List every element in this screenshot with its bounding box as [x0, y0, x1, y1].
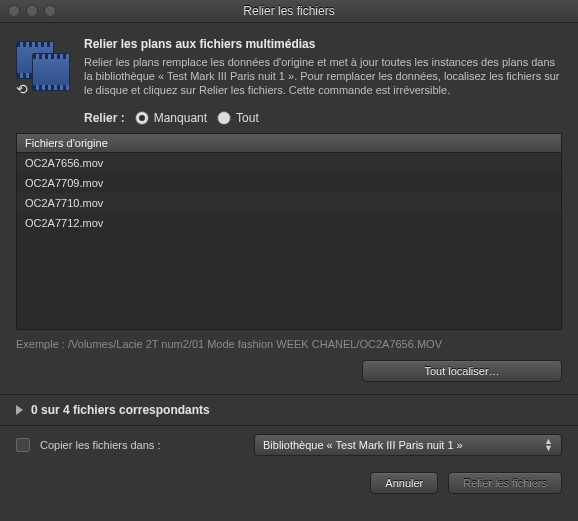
original-files-table: Fichiers d'origine OC2A7656.mov OC2A7709…: [16, 133, 562, 330]
relink-files-button[interactable]: Relier les fichiers: [448, 472, 562, 494]
relink-missing-label: Manquant: [154, 111, 207, 125]
table-row[interactable]: OC2A7710.mov: [17, 193, 561, 213]
relink-mode-row: Relier : Manquant Tout: [84, 111, 562, 125]
table-row[interactable]: OC2A7709.mov: [17, 173, 561, 193]
copy-files-checkbox[interactable]: [16, 438, 30, 452]
header-body: Relier les plans remplace les données d'…: [84, 55, 562, 97]
matching-files-label: 0 sur 4 fichiers correspondants: [31, 403, 210, 417]
copy-files-label: Copier les fichiers dans :: [40, 439, 160, 451]
copy-destination-select[interactable]: Bibliothèque « Test Mark III Paris nuit …: [254, 434, 562, 456]
locate-all-button[interactable]: Tout localiser…: [362, 360, 562, 382]
header-title: Relier les plans aux fichiers multimédia…: [84, 37, 562, 51]
matching-files-row[interactable]: 0 sur 4 fichiers correspondants: [16, 395, 562, 425]
window-title: Relier les fichiers: [0, 4, 578, 18]
titlebar: Relier les fichiers: [0, 0, 578, 23]
updown-arrows-icon: ▲▼: [544, 438, 553, 452]
copy-destination-value: Bibliothèque « Test Mark III Paris nuit …: [263, 439, 463, 451]
header: ⟲ Relier les plans aux fichiers multiméd…: [16, 37, 562, 133]
cancel-button[interactable]: Annuler: [370, 472, 438, 494]
table-row[interactable]: OC2A7712.mov: [17, 213, 561, 233]
relink-all-radio[interactable]: Tout: [217, 111, 259, 125]
relink-media-icon: ⟲: [16, 41, 70, 95]
radio-icon: [217, 111, 231, 125]
table-header: Fichiers d'origine: [17, 134, 561, 153]
table-row[interactable]: OC2A7656.mov: [17, 153, 561, 173]
example-path: Exemple : /Volumes/Lacie 2T num2/01 Mode…: [16, 338, 562, 350]
relink-missing-radio[interactable]: Manquant: [135, 111, 207, 125]
relink-label: Relier :: [84, 111, 125, 125]
table-body: OC2A7656.mov OC2A7709.mov OC2A7710.mov O…: [17, 153, 561, 233]
radio-icon: [135, 111, 149, 125]
relink-all-label: Tout: [236, 111, 259, 125]
disclosure-triangle-icon[interactable]: [16, 405, 23, 415]
